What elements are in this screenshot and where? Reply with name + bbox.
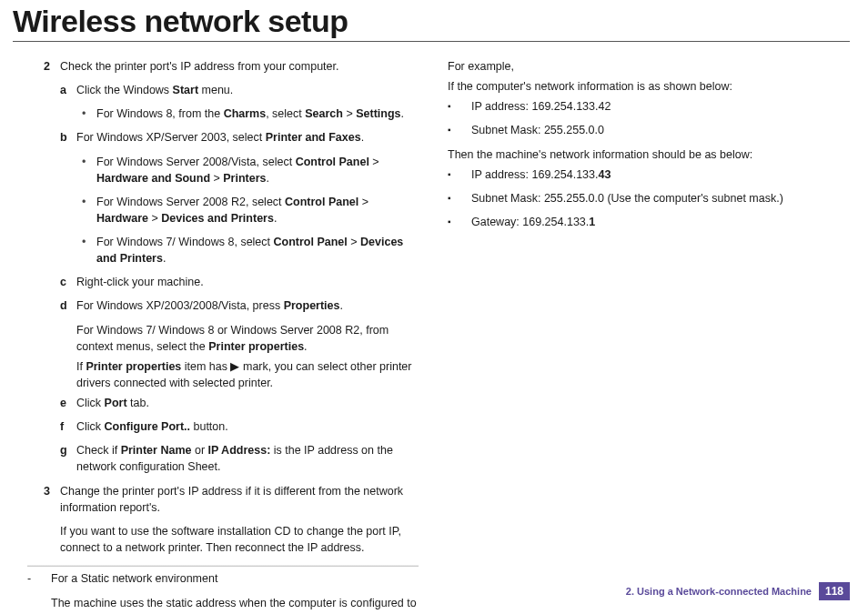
b: Charms — [224, 107, 267, 120]
t: . — [361, 131, 364, 144]
letter: e — [60, 395, 76, 411]
step-number: 2 — [44, 58, 60, 75]
b: Search — [305, 107, 343, 120]
b: Printer properties — [208, 340, 304, 353]
example-computer: If the computer's network information is… — [448, 78, 850, 95]
b: Properties — [284, 299, 340, 312]
step-number: 3 — [44, 483, 60, 516]
t: Click the Windows — [76, 84, 173, 96]
b: Printer Name — [121, 444, 192, 457]
t: Check if — [76, 444, 121, 457]
square-bullet-icon: ▪ — [448, 214, 471, 230]
b: Hardware — [96, 212, 148, 225]
text: IP address: 169.254.133.42 — [471, 98, 850, 115]
t: Click — [76, 397, 105, 409]
b: 43 — [598, 168, 611, 181]
page-footer: 2. Using a Network-connected Machine 118 — [0, 582, 868, 600]
t: tab. — [127, 397, 149, 409]
example-machine: Then the machine's network information s… — [448, 146, 850, 163]
step-2e: e Click Port tab. — [60, 395, 419, 415]
letter: c — [60, 274, 76, 290]
t: . — [267, 172, 269, 185]
title-rule — [13, 41, 850, 42]
step-text: Change the printer port's IP address if … — [60, 483, 419, 516]
text: For Windows XP/Server 2003, select Print… — [76, 129, 419, 146]
bullet-ip2: ▪ IP address: 169.254.133.43 — [448, 166, 850, 186]
step-2c: c Right-click your machine. — [60, 274, 419, 294]
t: IP address: 169.254.133. — [471, 168, 598, 181]
t: For Windows 8, from the — [96, 107, 224, 120]
text: For Windows Server 2008/Vista, select Co… — [96, 154, 419, 186]
text: Check if Printer Name or IP Address: is … — [76, 442, 419, 475]
example-intro: For example, — [448, 58, 850, 75]
letter: f — [60, 418, 76, 435]
t: If — [76, 360, 86, 373]
b: Settings — [356, 107, 400, 120]
b: Printers — [223, 172, 266, 185]
text: For Windows 7/ Windows 8, select Control… — [96, 234, 419, 267]
square-bullet-icon: ▪ — [448, 190, 471, 206]
t: > — [148, 212, 161, 225]
bullet-mask2: ▪ Subnet Mask: 255.255.0.0 (Use the comp… — [448, 190, 850, 210]
text: IP address: 169.254.133.43 — [471, 166, 850, 183]
step-2a-sub1: • For Windows 8, from the Charms, select… — [82, 106, 419, 126]
step-3: 3 Change the printer port's IP address i… — [44, 483, 419, 519]
b: Printer and Faxes — [266, 131, 361, 144]
bullet-mask1: ▪ Subnet Mask: 255.255.0.0 — [448, 122, 850, 142]
t: For Windows Server 2008 R2, select — [96, 196, 285, 208]
letter: a — [60, 82, 76, 98]
b: IP Address: — [208, 444, 271, 457]
text: Click Port tab. — [76, 395, 419, 411]
text: Click the Windows Start menu. — [76, 82, 419, 98]
step-2: 2 Check the printer port's IP address fr… — [44, 58, 419, 78]
bullet-icon: • — [82, 106, 96, 122]
separator-bar — [27, 565, 419, 567]
t: For Windows 7/ Windows 8, select — [96, 236, 274, 248]
step-2d-line2: For Windows 7/ Windows 8 or Windows Serv… — [76, 322, 419, 355]
b: Configure Port.. — [105, 420, 190, 433]
b: Start — [173, 84, 198, 96]
b: Hardware and Sound — [96, 172, 210, 185]
bullet-icon: • — [82, 194, 96, 226]
letter: b — [60, 129, 76, 146]
step-2b-sub2: • For Windows Server 2008 R2, select Con… — [82, 194, 419, 230]
step-2b-sub3: • For Windows 7/ Windows 8, select Contr… — [82, 234, 419, 270]
b: Control Panel — [296, 156, 369, 168]
b: Control Panel — [285, 196, 358, 208]
t: For Windows XP/Server 2003, select — [76, 131, 266, 144]
bullet-icon: • — [82, 234, 96, 267]
t: > — [343, 107, 356, 120]
square-bullet-icon: ▪ — [448, 98, 471, 115]
t: or — [191, 444, 207, 457]
text: Subnet Mask: 255.255.0.0 — [471, 122, 850, 138]
letter: d — [60, 297, 76, 314]
text: Subnet Mask: 255.255.0.0 (Use the comput… — [471, 190, 850, 206]
text: For Windows 8, from the Charms, select S… — [96, 106, 419, 122]
page-number: 118 — [819, 582, 850, 600]
b: 1 — [589, 216, 595, 228]
bullet-icon: • — [82, 154, 96, 186]
b: Devices and Printers — [161, 212, 274, 225]
step-text: Check the printer port's IP address from… — [60, 58, 419, 75]
step-2a: a Click the Windows Start menu. — [60, 82, 419, 102]
t: For Windows Server 2008/Vista, select — [96, 156, 296, 168]
bullet-ip1: ▪ IP address: 169.254.133.42 — [448, 98, 850, 118]
b: Control Panel — [274, 236, 348, 248]
text: For Windows Server 2008 R2, select Contr… — [96, 194, 419, 226]
square-bullet-icon: ▪ — [448, 166, 471, 183]
left-column: 2 Check the printer port's IP address fr… — [13, 58, 419, 614]
step-2b-sub1: • For Windows Server 2008/Vista, select … — [82, 154, 419, 190]
t: . — [304, 340, 307, 353]
b: Printer properties — [86, 360, 181, 373]
t: Click — [76, 420, 105, 433]
t: . — [274, 212, 277, 225]
t: > — [348, 236, 360, 248]
step-3-body: If you want to use the software installa… — [60, 523, 419, 556]
right-column: For example, If the computer's network i… — [444, 58, 850, 614]
chapter-label: 2. Using a Network-connected Machine — [626, 586, 812, 597]
t: menu. — [198, 84, 233, 96]
t: > — [369, 156, 379, 168]
t: Gateway: 169.254.133. — [471, 216, 589, 228]
t: . — [163, 252, 166, 265]
step-2d: d For Windows XP/2003/2008/Vista, press … — [60, 297, 419, 317]
